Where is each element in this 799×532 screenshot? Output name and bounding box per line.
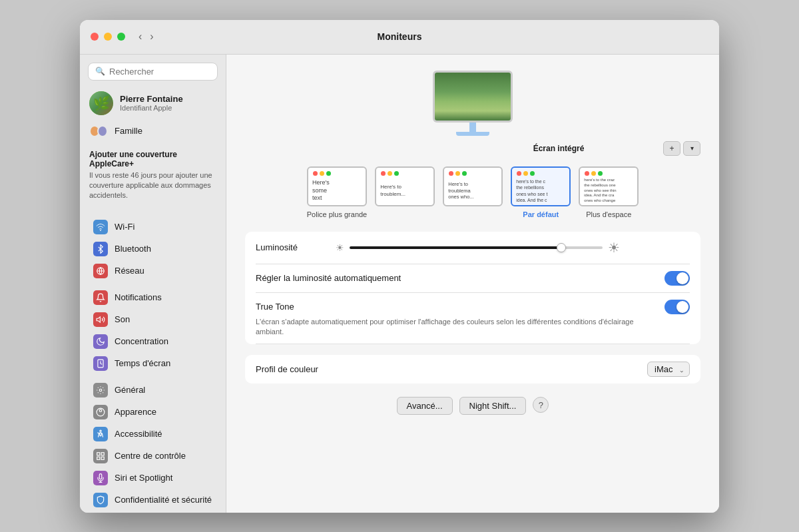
- preset-par-defaut[interactable]: here's to the cthe rebellionsones who se…: [511, 166, 571, 218]
- profil-couleur-row: Profil de couleur iMac: [256, 355, 690, 384]
- main-content: Écran intégré + ▾: [226, 55, 719, 513]
- sidebar-item-confidentialite[interactable]: Confidentialité et sécurité: [84, 489, 222, 511]
- applecare-desc: Il vous reste 46 jours pour ajouter une …: [89, 170, 216, 201]
- sidebar-item-siri[interactable]: Siri et Spotlight: [84, 467, 222, 489]
- sidebar-item-bluetooth[interactable]: Bluetooth: [84, 238, 222, 260]
- preset-dots-5: [585, 171, 603, 176]
- user-profile[interactable]: 🌿 Pierre Fontaine Identifiant Apple: [80, 86, 226, 121]
- preset-label-5: Plus d'espace: [586, 210, 631, 218]
- sidebar-section-preferences: Général Apparence Accessibilité: [80, 379, 226, 511]
- dot-yellow: [320, 171, 324, 176]
- sidebar-item-wifi[interactable]: Wi-Fi: [84, 216, 222, 238]
- close-button[interactable]: [91, 33, 99, 41]
- luminosite-label: Luminosité: [256, 242, 336, 252]
- resolution-presets: Here'ssometext Police plus grande Here's…: [245, 166, 700, 218]
- dot-yellow-2: [388, 171, 392, 176]
- sidebar-item-apparence[interactable]: Apparence: [84, 401, 222, 423]
- famille-icon: [89, 125, 108, 138]
- concentration-icon: [93, 334, 108, 349]
- avance-button[interactable]: Avancé...: [397, 397, 453, 415]
- search-input[interactable]: [109, 67, 210, 77]
- back-button[interactable]: ‹: [136, 29, 144, 44]
- monitor-screen: [433, 71, 513, 123]
- preset-preview-5: here's to the crazthe rebellious oneones…: [579, 166, 639, 206]
- sidebar-item-son[interactable]: Son: [84, 309, 222, 330]
- sidebar-item-notifications[interactable]: Notifications: [84, 287, 222, 308]
- sidebar-item-general[interactable]: Général: [84, 380, 222, 401]
- famille-label: Famille: [115, 126, 142, 136]
- famille-face-2: [97, 125, 108, 137]
- preset-preview-1: Here'ssometext: [307, 166, 367, 206]
- svg-rect-8: [97, 457, 100, 459]
- preset-dots-2: [381, 171, 399, 176]
- son-icon: [93, 312, 108, 327]
- forward-button[interactable]: ›: [147, 29, 156, 44]
- preset-label-4: Par défaut: [523, 210, 559, 218]
- applecare-title: Ajouter une couverture AppleCare+: [89, 150, 216, 168]
- maximize-button[interactable]: [117, 33, 125, 41]
- svg-point-4: [99, 409, 102, 412]
- toggle-knob: [676, 272, 688, 284]
- preset-3[interactable]: Here's totroublemaones who...: [443, 166, 503, 218]
- monitor-dropdown-button[interactable]: ▾: [683, 141, 700, 156]
- preset-preview-3: Here's totroublemaones who...: [443, 166, 503, 206]
- profil-couleur-block: Profil de couleur iMac: [245, 355, 700, 384]
- centre-controle-icon: [93, 449, 108, 463]
- profil-couleur-select[interactable]: iMac: [647, 362, 690, 377]
- search-icon: 🔍: [95, 67, 105, 76]
- monitor-display: [433, 71, 513, 136]
- preset-label-1: Police plus grande: [307, 210, 368, 218]
- sidebar-item-reseau[interactable]: Réseau: [84, 260, 222, 282]
- notifications-icon: [93, 290, 108, 305]
- sidebar-item-accessibilite[interactable]: Accessibilité: [84, 423, 222, 445]
- titlebar: ‹ › Moniteurs: [80, 20, 719, 55]
- night-shift-button[interactable]: Night Shift...: [459, 397, 527, 415]
- sidebar-item-centre-controle-label: Centre de contrôle: [115, 451, 186, 461]
- true-tone-toggle[interactable]: [665, 300, 690, 314]
- monitor-wrapper: Écran intégré + ▾: [245, 71, 700, 156]
- sidebar-item-general-label: Général: [115, 385, 145, 395]
- dot-red-5: [585, 171, 589, 176]
- famille-item[interactable]: Famille: [80, 121, 226, 142]
- sidebar-item-notifications-label: Notifications: [115, 292, 162, 302]
- add-monitor-button[interactable]: +: [663, 141, 680, 156]
- auto-luminosite-control: [665, 271, 690, 286]
- sidebar-item-son-label: Son: [115, 314, 130, 324]
- brightness-slider[interactable]: [350, 246, 603, 249]
- sidebar-item-wifi-label: Wi-Fi: [115, 222, 134, 232]
- svg-rect-7: [101, 452, 104, 455]
- monitor-footer: Écran intégré + ▾: [245, 141, 700, 156]
- wifi-icon: [93, 220, 108, 234]
- dot-green-3: [462, 171, 467, 176]
- help-button[interactable]: ?: [533, 397, 549, 413]
- dot-red-3: [449, 171, 453, 176]
- applecare-banner[interactable]: Ajouter une couverture AppleCare+ Il vou…: [89, 144, 216, 206]
- confidentialite-icon: [93, 493, 108, 507]
- dot-red-2: [381, 171, 386, 176]
- minimize-button[interactable]: [104, 33, 112, 41]
- preset-police-plus-grande[interactable]: Here'ssometext Police plus grande: [307, 166, 368, 218]
- svg-marker-1: [97, 317, 100, 322]
- dot-green-4: [530, 171, 535, 176]
- monitor-name: Écran intégré: [454, 144, 663, 153]
- profil-select-wrap: iMac: [647, 362, 690, 377]
- auto-luminosite-toggle[interactable]: [665, 271, 690, 286]
- sidebar-item-temps-ecran[interactable]: Temps d'écran: [84, 353, 222, 374]
- svg-point-3: [99, 389, 102, 392]
- sidebar-item-concentration[interactable]: Concentration: [84, 331, 222, 352]
- brightness-low-icon: ☀: [336, 242, 344, 253]
- sidebar-item-centre-controle[interactable]: Centre de contrôle: [84, 445, 222, 467]
- dot-red: [313, 171, 318, 176]
- preset-text-2: Here's totroublem...: [376, 172, 433, 200]
- preset-2[interactable]: Here's totroublem...: [375, 166, 435, 218]
- avatar-image: 🌿: [89, 91, 113, 115]
- sidebar-item-confidentialite-label: Confidentialité et sécurité: [115, 495, 212, 505]
- brightness-slider-wrap: ☀ ☀: [336, 240, 690, 256]
- dot-green-5: [598, 171, 603, 176]
- true-tone-header: True Tone: [256, 300, 690, 314]
- window-title: Moniteurs: [378, 31, 422, 42]
- preset-plus-espace[interactable]: here's to the crazthe rebellious oneones…: [579, 166, 639, 218]
- sidebar-item-reseau-label: Réseau: [115, 266, 144, 276]
- search-box[interactable]: 🔍: [88, 63, 218, 81]
- svg-rect-9: [101, 457, 104, 459]
